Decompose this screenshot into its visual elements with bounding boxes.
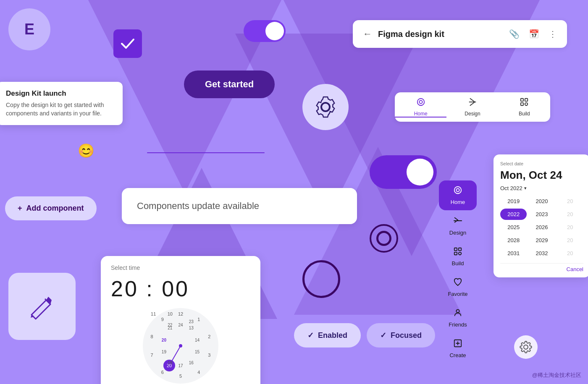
large-toggle[interactable] — [370, 155, 437, 189]
enabled-chip-label: Enabled — [318, 331, 347, 340]
sidebar-item-friends[interactable]: Friends — [439, 303, 477, 333]
year-2028[interactable]: 2028 — [500, 235, 527, 246]
sidebar-design-icon — [453, 216, 462, 228]
focused-chip[interactable]: ✓ Focused — [367, 323, 435, 347]
update-card: Components update available — [122, 188, 357, 224]
toggle-small[interactable] — [244, 20, 286, 42]
sidebar-create-label: Create — [449, 352, 466, 358]
year-2019[interactable]: 2019 — [500, 196, 527, 207]
year-2027[interactable]: 20 — [557, 222, 583, 233]
circle-outline — [302, 260, 340, 298]
get-started-button[interactable]: Get started — [184, 71, 275, 98]
avatar: E — [8, 8, 50, 50]
sidebar-item-favorite[interactable]: Favorite — [439, 272, 477, 302]
svg-rect-10 — [454, 248, 457, 251]
year-2032[interactable]: 2032 — [528, 248, 555, 259]
nav-home-icon — [416, 97, 425, 109]
time-hours[interactable]: 20 — [111, 277, 139, 301]
back-icon[interactable]: ← — [363, 29, 372, 39]
year-2026[interactable]: 2026 — [528, 222, 555, 233]
divider-line — [147, 152, 265, 153]
year-2025[interactable]: 2025 — [500, 222, 527, 233]
enabled-check-icon: ✓ — [307, 331, 314, 340]
sidebar-item-create[interactable]: Create — [439, 334, 477, 363]
attach-icon[interactable]: 📎 — [509, 29, 520, 39]
date-picker-header: Select date — [500, 161, 583, 166]
sidebar-home-label: Home — [451, 199, 465, 205]
toggle-thumb — [265, 22, 284, 40]
emoji-icon: 😊 — [78, 143, 94, 159]
date-picker-month[interactable]: Oct 2022 — [500, 185, 522, 191]
notification-title: Design Kit launch — [6, 89, 113, 98]
year-2030[interactable]: 20 — [557, 235, 583, 246]
date-picker-card: Select date Mon, Oct 24 Oct 2022 ▾ 2019 … — [494, 154, 588, 277]
svg-rect-5 — [521, 103, 523, 105]
gear-circle — [302, 84, 349, 130]
large-toggle-track — [370, 155, 437, 189]
radio-button[interactable] — [370, 224, 398, 253]
add-component-button[interactable]: + Add component — [5, 196, 97, 220]
nav-item-home[interactable]: Home — [395, 97, 446, 118]
chips-row: ✓ Enabled ✓ Focused — [294, 323, 435, 347]
svg-point-0 — [417, 99, 424, 106]
date-picker-cancel[interactable]: Cancel — [500, 263, 583, 272]
time-picker-display: 20 : 00 — [111, 276, 250, 301]
sidebar-design-label: Design — [449, 230, 466, 236]
gear-icon — [312, 94, 339, 120]
year-2021[interactable]: 20 — [557, 196, 583, 207]
svg-point-6 — [525, 103, 528, 105]
sidebar-item-design[interactable]: Design — [439, 211, 477, 241]
large-toggle-thumb — [407, 159, 433, 185]
nav-design-label: Design — [465, 111, 480, 117]
svg-rect-12 — [454, 252, 457, 255]
nav-item-build[interactable]: Build — [499, 97, 550, 118]
year-2033[interactable]: 20 — [557, 248, 583, 259]
chevron-down-icon[interactable]: ▾ — [524, 185, 527, 191]
radio-inner — [376, 231, 391, 246]
time-picker-card: Select time 20 : 00 20 12 1 2 3 4 5 6 7 … — [101, 256, 260, 384]
time-minutes[interactable]: 00 — [162, 277, 189, 301]
enabled-chip[interactable]: ✓ Enabled — [294, 323, 361, 347]
gear-bottom-right[interactable] — [514, 335, 538, 359]
clock-face: 20 12 1 2 3 4 5 6 7 8 9 10 11 24 13 14 1… — [143, 308, 218, 384]
nav-item-design[interactable]: Design — [446, 97, 498, 118]
sidebar-create-icon — [453, 339, 462, 350]
avatar-letter: E — [24, 21, 34, 38]
more-icon[interactable]: ⋮ — [549, 29, 557, 39]
notification-card: Design Kit launch Copy the design kit to… — [0, 82, 123, 125]
gear-settings-icon — [520, 341, 532, 353]
focused-check-icon: ✓ — [380, 331, 386, 340]
svg-rect-3 — [521, 99, 523, 101]
year-2022[interactable]: 2022 — [500, 209, 527, 220]
bottom-nav-bar: Home Design Build — [395, 92, 550, 122]
sidebar-item-build[interactable]: Build — [439, 242, 477, 272]
update-text: Components update available — [137, 201, 259, 211]
year-grid: 2019 2020 20 2022 2023 20 2025 2026 20 2… — [500, 196, 583, 259]
checkbox[interactable] — [113, 29, 142, 58]
sidebar-item-home[interactable]: Home — [439, 180, 477, 210]
nav-build-label: Build — [519, 111, 530, 117]
year-2029[interactable]: 2029 — [528, 235, 555, 246]
nav-build-icon — [520, 97, 529, 109]
svg-point-8 — [456, 188, 459, 191]
sidebar-favorite-icon — [453, 277, 462, 289]
checkmark-icon — [119, 35, 136, 52]
year-2023[interactable]: 2023 — [528, 209, 555, 220]
sidebar-home-icon — [453, 185, 462, 197]
pencil-card — [8, 273, 76, 340]
calendar-icon[interactable]: 📅 — [529, 29, 539, 39]
date-picker-date: Mon, Oct 24 — [500, 169, 583, 182]
svg-rect-4 — [525, 99, 528, 101]
year-2020[interactable]: 2020 — [528, 196, 555, 207]
svg-rect-11 — [459, 248, 461, 251]
svg-point-14 — [456, 310, 459, 313]
pencil-icon — [27, 292, 57, 321]
add-component-label: Add component — [26, 204, 84, 213]
svg-point-1 — [419, 100, 422, 103]
year-2024[interactable]: 20 — [557, 209, 583, 220]
time-picker-header: Select time — [111, 264, 250, 271]
toggle-track — [244, 20, 286, 42]
sidebar-navigation: Home Design Build Favorite Friends Creat… — [439, 180, 477, 363]
year-2031[interactable]: 2031 — [500, 248, 527, 259]
sidebar-friends-label: Friends — [449, 321, 467, 328]
